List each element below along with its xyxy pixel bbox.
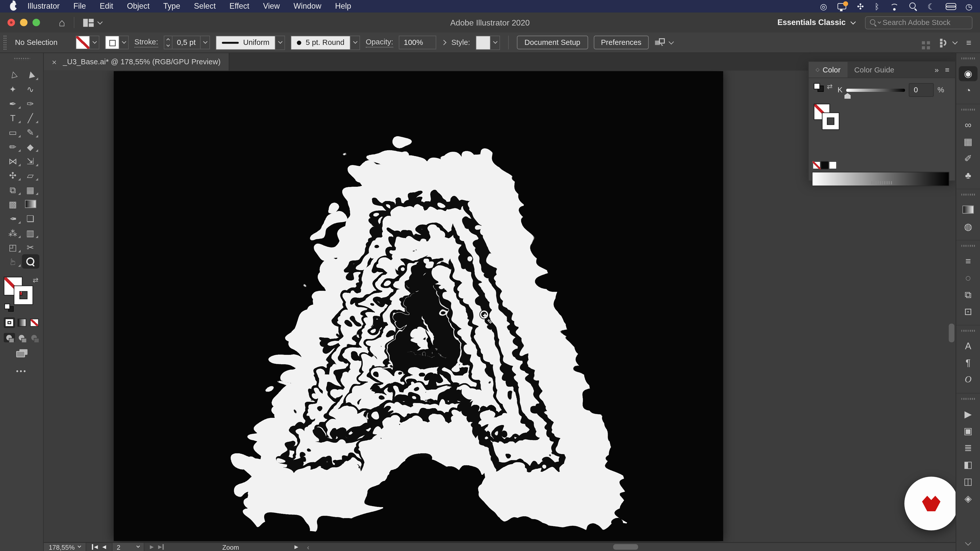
dock-scroll-down-icon[interactable]	[965, 540, 971, 546]
eyedropper-tool[interactable]: ✒	[4, 211, 22, 225]
appearance-panel-icon[interactable]: ◌	[956, 269, 980, 286]
stroke-color-control[interactable]	[105, 36, 129, 49]
draw-behind-button[interactable]	[16, 333, 27, 342]
gradient-tool[interactable]	[21, 197, 39, 211]
brush-definition-control[interactable]: 5 pt. Round	[291, 35, 360, 49]
column-graph-tool[interactable]: ▥	[21, 225, 39, 240]
control-center-icon[interactable]	[945, 1, 955, 11]
artboard-navigation-dropdown[interactable]: 2	[112, 543, 144, 551]
spotlight-search-icon[interactable]	[909, 1, 917, 11]
curvature-tool[interactable]: ✑	[21, 96, 39, 110]
previous-artboard-button[interactable]: ◀	[102, 544, 106, 550]
screen-mode-icon[interactable]	[16, 349, 27, 357]
paintbrush-tool[interactable]: ✎	[21, 125, 39, 139]
home-icon[interactable]: ⌂	[59, 17, 65, 28]
dock-grip-icon[interactable]	[961, 194, 975, 195]
minimize-window-button[interactable]	[20, 19, 27, 26]
last-artboard-button[interactable]: ▶	[158, 544, 164, 550]
dock-grip-icon[interactable]	[961, 398, 975, 400]
k-value-field[interactable]: 0	[909, 83, 934, 97]
brushes-panel-icon[interactable]: ✐	[956, 150, 980, 167]
gradient-panel-icon[interactable]	[956, 201, 980, 218]
artboard[interactable]: A A A A A A	[114, 71, 723, 541]
direct-selection-tool[interactable]: ▶	[21, 67, 39, 82]
stroke-color-indicator[interactable]	[14, 286, 32, 304]
panel-resize-grip-icon[interactable]	[871, 181, 892, 184]
hand-tool[interactable]: ☞	[4, 254, 22, 268]
lasso-tool[interactable]: ∿	[21, 82, 39, 96]
color-button[interactable]	[3, 318, 14, 328]
artboard-list-panel-icon[interactable]: ◫	[956, 473, 980, 490]
first-artboard-button[interactable]: ◀	[92, 544, 98, 550]
width-tool[interactable]: ✣	[4, 168, 22, 183]
free-transform-tool[interactable]: ▱	[21, 168, 39, 183]
clock-icon[interactable]: ◷	[966, 1, 973, 11]
menu-item[interactable]: Edit	[93, 2, 120, 11]
selection-tool[interactable]: ▷	[4, 67, 22, 82]
symbol-sprayer-tool[interactable]: ⁂	[4, 225, 22, 240]
slice-tool[interactable]: ✂	[21, 240, 39, 254]
menu-item[interactable]: File	[67, 2, 93, 11]
pathfinder-panel-icon[interactable]: ◧	[956, 456, 980, 473]
width-profile-dropdown[interactable]	[275, 36, 285, 49]
wifi-icon[interactable]	[890, 1, 899, 11]
touch-workspace-icon[interactable]	[922, 41, 925, 44]
align-panel-icon[interactable]: ≣	[956, 439, 980, 456]
layers-panel-icon[interactable]: ◈	[956, 490, 980, 507]
adobe-stock-search-input[interactable]: Search Adobe Stock	[865, 16, 972, 29]
fill-color-control[interactable]	[76, 36, 99, 49]
menu-item[interactable]: Window	[286, 2, 328, 11]
pen-tool[interactable]: ✒	[4, 96, 22, 110]
edit-toolbar-icon[interactable]: •••	[0, 367, 43, 375]
stroke-weight-label[interactable]: Stroke:	[135, 38, 158, 48]
collapse-arrow-icon[interactable]: ‹	[307, 543, 309, 551]
next-artboard-button[interactable]: ▶	[150, 544, 154, 550]
close-tab-icon[interactable]: ×	[52, 57, 57, 67]
stroke-weight-dropdown[interactable]	[200, 36, 210, 49]
perspective-grid-tool[interactable]: ▦	[21, 183, 39, 197]
horizontal-scrollbar[interactable]	[309, 543, 956, 551]
zoom-window-button[interactable]	[32, 19, 40, 26]
opacity-control[interactable]: 100%	[399, 36, 436, 49]
status-menu-arrow-icon[interactable]: ▶	[294, 544, 298, 550]
stroke-weight-stepper[interactable]	[164, 36, 172, 49]
vertical-scrollbar-thumb[interactable]	[949, 324, 955, 342]
color-guide-panel-icon[interactable]: ◔	[956, 82, 980, 99]
blend-tool[interactable]: ❏	[21, 211, 39, 225]
opacity-submenu-arrow-icon[interactable]	[441, 40, 447, 45]
menu-item[interactable]: Effect	[223, 2, 256, 11]
horizontal-scrollbar-thumb[interactable]	[613, 544, 638, 550]
opentype-panel-icon[interactable]: O	[956, 371, 980, 388]
fill-dropdown[interactable]	[89, 36, 99, 49]
tab-color-guide[interactable]: Color Guide	[847, 62, 901, 77]
stroke-weight-value[interactable]: 0,5 pt	[172, 36, 200, 49]
paragraph-panel-icon[interactable]: ¶	[956, 354, 980, 371]
type-tool[interactable]: T	[4, 110, 22, 125]
collapse-panel-icon[interactable]: »	[935, 65, 939, 74]
none-swatch[interactable]	[813, 161, 821, 169]
dock-grip-icon[interactable]	[961, 57, 975, 59]
color-panel-icon[interactable]: ◉	[956, 65, 980, 82]
style-dropdown[interactable]	[490, 36, 500, 49]
menu-item[interactable]: Select	[187, 2, 223, 11]
scale-tool[interactable]: ⇲	[21, 154, 39, 168]
draw-inside-button[interactable]	[28, 333, 40, 342]
artboard-tool[interactable]: ◰	[4, 240, 22, 254]
rectangle-tool[interactable]: ▭	[4, 125, 22, 139]
panel-menu-icon[interactable]: ≡	[966, 38, 971, 48]
stroke-panel-icon[interactable]: ≡	[956, 252, 980, 269]
stroke-dropdown[interactable]	[119, 36, 128, 49]
mini-fill-stroke-icon[interactable]	[815, 84, 823, 91]
stroke-swatch[interactable]	[106, 36, 119, 49]
symbols-panel-icon[interactable]: ♣	[956, 167, 980, 184]
panel-menu-icon[interactable]: ≡	[945, 65, 950, 74]
dropbox-icon[interactable]: ✣	[857, 1, 864, 11]
brush-dropdown[interactable]	[350, 36, 360, 49]
snap-options-icon[interactable]	[655, 38, 673, 47]
opacity-label[interactable]: Opacity:	[366, 38, 393, 48]
dock-grip-icon[interactable]	[961, 245, 975, 247]
swap-fill-stroke-icon[interactable]: ⇄	[33, 276, 38, 284]
menu-item[interactable]: View	[256, 2, 287, 11]
shape-builder-tool[interactable]: ⧉	[4, 183, 22, 197]
dock-grip-icon[interactable]	[961, 109, 975, 110]
